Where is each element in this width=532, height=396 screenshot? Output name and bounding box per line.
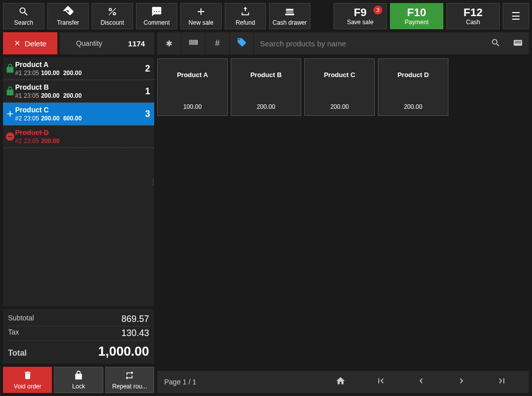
search-icon [491, 38, 501, 49]
order-line-item[interactable]: Product B#123:05200.00 200.001 [3, 80, 154, 103]
first-page-icon [376, 376, 386, 388]
comment-button[interactable]: Comment [136, 3, 177, 29]
filter-tag-button[interactable] [230, 32, 254, 54]
total-value: 1,000.00 [98, 344, 149, 359]
order-list: Product A#123:05100.00 200.002Product B#… [3, 57, 154, 306]
product-name: Product C [324, 71, 355, 79]
filter-barcode-button[interactable] [181, 32, 206, 54]
prev-page-button[interactable] [401, 376, 441, 388]
lock-icon [5, 60, 15, 77]
barcode-icon [188, 37, 198, 49]
resize-grip[interactable]: ⋮ [150, 178, 156, 185]
cash-button[interactable]: F12 Cash [446, 3, 500, 29]
search-submit-button[interactable] [485, 32, 507, 54]
pager: Page 1 / 1 [157, 371, 529, 393]
order-line-item[interactable]: Product D#223:05200.00 [3, 125, 154, 148]
line-item-name: Product D [15, 128, 138, 137]
lock-icon [74, 370, 84, 382]
last-page-button[interactable] [482, 376, 522, 388]
order-panel: ✕ Delete Quantity 1174 Product A#123:051… [3, 32, 154, 393]
percent-icon [107, 6, 118, 17]
product-price: 200.00 [404, 103, 423, 110]
delete-button[interactable]: ✕ Delete [3, 32, 57, 54]
tax-label: Tax [8, 328, 19, 339]
line-item-name: Product A [15, 60, 138, 69]
discount-button[interactable]: Discount [92, 3, 133, 29]
payment-button[interactable]: F10 Payment [390, 3, 443, 29]
menu-button[interactable]: ☰ [503, 3, 529, 29]
product-price: 100.00 [183, 103, 202, 110]
product-name: Product A [177, 71, 208, 79]
plus-icon [195, 6, 207, 17]
filter-number-button[interactable]: # [206, 32, 230, 54]
first-page-button[interactable] [361, 376, 401, 388]
new-sale-button[interactable]: New sale [180, 3, 222, 29]
next-page-button[interactable] [441, 376, 482, 388]
search-icon [18, 6, 29, 17]
refund-button[interactable]: Refund [225, 3, 266, 29]
lock-icon [5, 83, 15, 99]
product-card[interactable]: Product A100.00 [157, 58, 228, 116]
line-item-details: #223:05200.00 600.00 [15, 115, 138, 122]
transfer-icon [62, 6, 74, 17]
line-item-name: Product B [15, 83, 138, 91]
search-row: ✱ # [157, 32, 529, 54]
quantity-box[interactable]: Quantity 1174 [59, 32, 154, 54]
line-item-qty [138, 128, 150, 145]
keyboard-icon [513, 38, 523, 49]
total-label: Total [8, 349, 27, 359]
close-icon: ✕ [14, 39, 21, 48]
last-page-icon [497, 376, 507, 388]
home-icon [336, 376, 346, 388]
hash-icon: # [215, 39, 220, 48]
product-search-input[interactable] [254, 32, 485, 54]
plus-icon [5, 106, 15, 122]
repeat-icon [124, 370, 135, 382]
keyboard-button[interactable] [507, 32, 529, 54]
line-item-name: Product C [15, 106, 138, 114]
order-line-item[interactable]: Product A#123:05100.00 200.002 [3, 57, 154, 80]
comment-icon [151, 6, 162, 17]
product-panel: ✱ # Product A100.00Product B200.00Produc… [157, 32, 529, 393]
subtotal-value: 869.57 [121, 314, 149, 324]
product-price: 200.00 [330, 103, 349, 110]
tax-value: 130.43 [121, 328, 149, 339]
chevron-right-icon [456, 376, 467, 388]
page-label: Page 1 / 1 [164, 378, 320, 386]
asterisk-icon: ✱ [166, 39, 172, 48]
line-item-qty: 2 [138, 60, 150, 77]
void-order-button[interactable]: Void order [3, 367, 52, 393]
trash-icon [23, 370, 33, 382]
drawer-icon [284, 6, 295, 17]
minus-circle-icon [5, 128, 15, 145]
chevron-left-icon [416, 376, 426, 388]
product-card[interactable]: Product C200.00 [304, 58, 375, 116]
product-card[interactable]: Product B200.00 [231, 58, 301, 116]
product-grid: Product A100.00Product B200.00Product C2… [157, 54, 529, 371]
save-sale-button[interactable]: F9 Save sale 3 [334, 3, 387, 29]
line-item-details: #123:05100.00 200.00 [15, 70, 138, 77]
top-toolbar: Search Transfer Discount Comment New sal… [0, 0, 532, 32]
home-button[interactable] [320, 376, 361, 388]
totals: Subtotal 869.57 Tax 130.43 Total 1,000.0… [3, 309, 154, 364]
product-card[interactable]: Product D200.00 [378, 58, 448, 116]
product-price: 200.00 [257, 103, 276, 110]
lock-button[interactable]: Lock [54, 367, 103, 393]
order-line-item[interactable]: Product C#223:05200.00 600.003 [3, 103, 154, 125]
product-name: Product B [250, 71, 282, 79]
line-item-qty: 1 [138, 83, 150, 99]
transfer-button[interactable]: Transfer [47, 3, 89, 29]
repeat-round-button[interactable]: Repeat rou... [105, 367, 154, 393]
line-item-details: #223:05200.00 [15, 138, 138, 145]
menu-icon: ☰ [511, 10, 520, 22]
quantity-label: Quantity [59, 39, 119, 47]
quantity-value: 1174 [119, 39, 154, 48]
line-item-qty: 3 [138, 106, 150, 122]
filter-all-button[interactable]: ✱ [157, 32, 181, 54]
save-sale-badge: 3 [373, 6, 382, 15]
search-button[interactable]: Search [3, 3, 44, 29]
subtotal-label: Subtotal [8, 314, 34, 324]
cash-drawer-button[interactable]: Cash drawer [269, 3, 310, 29]
product-name: Product D [397, 71, 429, 79]
refund-icon [240, 6, 251, 17]
